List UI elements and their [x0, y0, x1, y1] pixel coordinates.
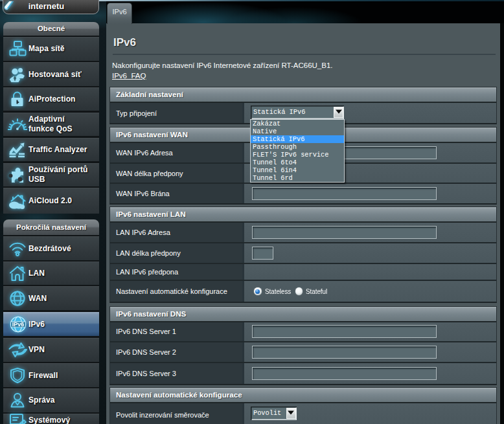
- svg-text:IPv6: IPv6: [12, 321, 25, 328]
